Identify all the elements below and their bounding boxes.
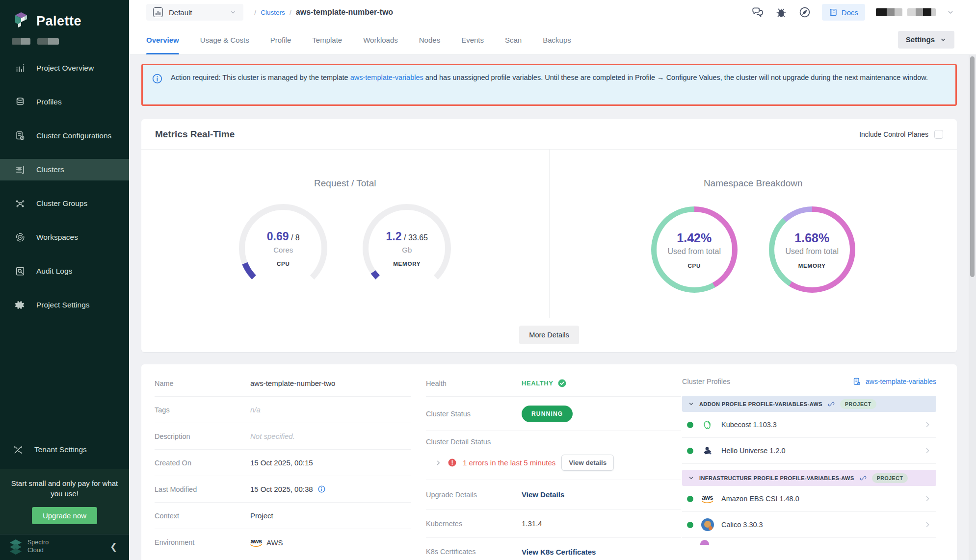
memory-donut-readout: 1.68% Used from total MEMORY [774,212,850,287]
collapse-sidebar-icon[interactable]: ❮ [110,541,117,552]
profile-group-addon[interactable]: ADDON PROFILE PROFILE-VARIABLES-AWS PROJ… [682,396,936,412]
cpu-donut-readout: 1.42% Used from total CPU [657,212,732,287]
app-logo: Palette [0,0,129,31]
kubernetes-version: 1.31.4 [522,519,542,528]
memory-used-percent: 1.68% [794,231,829,245]
docs-button-label: Docs [842,8,858,17]
sidebar-item-cluster-groups[interactable]: Cluster Groups [0,193,129,214]
tabs: Overview Usage & Costs Profile Template … [146,25,571,54]
namespace-breakdown-title: Namespace Breakdown [550,178,957,189]
health-status: HEALTHY [522,379,567,388]
pack-name: Kubecost 1.103.3 [721,421,916,429]
template-profile-link[interactable]: aws-template-variables [852,377,936,386]
settings-button-label: Settings [906,35,935,44]
sidebar-item-tenant-settings[interactable]: Tenant Settings [0,439,129,460]
detail-row-environment: Environment aws AWS [155,529,411,556]
expand-chevron-icon[interactable] [435,459,442,466]
profile-pack-row-hello-universe[interactable]: Hello Universe 1.2.0 [682,438,936,464]
tab-nodes[interactable]: Nodes [419,25,440,54]
vertical-scrollbar[interactable] [969,55,976,560]
view-k8s-certificates-link[interactable]: View K8s Certificates [522,548,596,556]
alert-template-link[interactable]: aws-template-variables [350,74,423,81]
sidebar-item-label: Clusters [36,165,64,174]
detail-label: Health [426,380,522,387]
memory-request-value: 1.2 [386,230,402,243]
sidebar-item-project-settings[interactable]: Project Settings [0,294,129,316]
calico-icon [701,518,714,532]
spectro-cloud-logo-icon [9,539,23,555]
sidebar-item-project-overview[interactable]: Project Overview [0,57,129,79]
profile-group-name: ADDON PROFILE PROFILE-VARIABLES-AWS [699,401,822,407]
view-details-button[interactable]: View details [561,455,614,471]
gauge-row: 0.69 / 8 Cores CPU 1.2 / 33.65 Gb [141,202,549,295]
pack-status-dot [687,422,693,428]
sidebar-item-cluster-configurations[interactable]: Cluster Configurations [0,125,129,147]
memory-metric-label: MEMORY [360,261,453,267]
environment-text: AWS [266,538,283,547]
memory-unit: Gb [360,246,453,254]
sidebar-item-profiles[interactable]: Profiles [0,91,129,113]
project-scope-icon [153,7,163,17]
profile-pack-row-kubecost[interactable]: Kubecost 1.103.3 [682,412,936,438]
detail-label: Cluster Detail Status [426,438,681,446]
bug-report-icon[interactable] [775,6,788,19]
tab-overview[interactable]: Overview [146,25,179,54]
context-value: Project [250,511,273,520]
health-status-text: HEALTHY [522,380,554,387]
settings-button[interactable]: Settings [898,31,954,49]
detail-label: K8s Certificates [426,548,522,556]
tab-events[interactable]: Events [461,25,484,54]
upgrade-now-button[interactable]: Upgrade now [32,507,97,524]
tab-template[interactable]: Template [312,25,342,54]
more-details-button[interactable]: More Details [519,326,579,344]
tab-backups[interactable]: Backups [543,25,571,54]
detail-row-description: Description Not specified. [155,423,411,450]
pack-status-dot [687,496,693,502]
chat-icon[interactable] [751,6,764,19]
details-column: Name aws-template-number-two Tags n/a De… [155,370,411,556]
tab-workloads[interactable]: Workloads [363,25,398,54]
cluster-detail-status: Cluster Detail Status 1 errors in the la… [426,431,681,480]
tab-usage-costs[interactable]: Usage & Costs [200,25,249,54]
sidebar-item-clusters[interactable]: Clusters [0,159,129,180]
docs-button[interactable]: Docs [822,4,865,21]
metrics-card: Metrics Real-Time Include Control Planes… [141,119,957,352]
tab-scan[interactable]: Scan [505,25,522,54]
sidebar-item-label: Cluster Groups [36,199,87,208]
detail-label: Context [155,512,250,520]
topbar-actions: Docs [751,4,954,21]
info-icon[interactable] [317,485,326,493]
chevron-down-icon [940,36,947,43]
book-icon [829,8,838,17]
breadcrumb-clusters-link[interactable]: Clusters [261,9,285,16]
pack-status-dot [687,448,693,454]
include-control-planes-checkbox[interactable] [934,130,943,139]
compass-icon[interactable] [798,6,811,19]
memory-total-value: / 33.65 [404,233,428,242]
profile-group-infrastructure[interactable]: INFRASTRUCTURE PROFILE PROFILE-VARIABLES… [682,470,936,486]
redacted-block [37,38,59,45]
project-selector[interactable]: Default [146,4,243,21]
upgrade-details-link[interactable]: View Details [522,490,564,499]
user-menu-chevron-icon[interactable] [947,8,954,16]
detail-label: Environment [155,538,250,546]
tab-profile[interactable]: Profile [270,25,291,54]
status-row-upgrade: Upgrade Details View Details [426,480,681,509]
sidebar-footer: Spectro Cloud ❮ [0,534,129,560]
app-name: Palette [36,14,81,29]
tools-icon [13,444,24,455]
detail-label: Created On [155,459,250,467]
breadcrumb: / Clusters / aws-template-number-two [254,8,393,17]
link-icon [827,400,835,408]
alert-text-after: and has unassigned profile variables. Un… [423,74,928,81]
bar-chart-icon [15,63,26,74]
profile-pack-row-amazon-ebs-csi[interactable]: aws Amazon EBS CSI 1.48.0 [682,486,936,512]
profile-pack-row-calico[interactable]: Calico 3.30.3 [682,512,936,538]
cluster-profiles-header: Cluster Profiles aws-template-variables [682,370,936,393]
sidebar-item-audit-logs[interactable]: Audit Logs [0,260,129,282]
cpu-unit: Cores [237,246,330,254]
sidebar-item-workspaces[interactable]: Workspaces [0,227,129,248]
main-content: Action required: This cluster is managed… [129,55,976,560]
scrollbar-thumb[interactable] [970,56,975,277]
status-row-cluster-status: Cluster Status RUNNING [426,397,681,431]
